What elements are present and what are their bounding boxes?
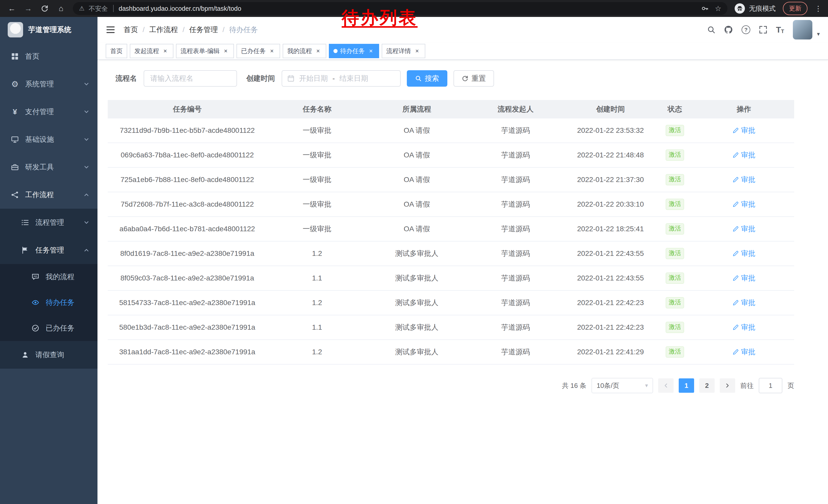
date-range-picker[interactable]: 开始日期 - 结束日期 <box>282 70 401 87</box>
user-avatar[interactable] <box>793 20 812 40</box>
sidebar-item-system[interactable]: ⚙ 系统管理 <box>0 70 97 98</box>
table-row: 73211d9d-7b9b-11ec-b5b7-acde48001122 一级审… <box>108 119 794 143</box>
browser-refresh-icon[interactable] <box>40 4 49 13</box>
sidebar-item-workflow[interactable]: 工作流程 <box>0 181 97 209</box>
col-status: 状态 <box>656 100 694 119</box>
goto-page-input[interactable] <box>759 378 782 393</box>
search-button[interactable]: 搜索 <box>407 70 447 87</box>
breadcrumb-home[interactable]: 首页 <box>124 25 138 35</box>
approve-link[interactable]: 审批 <box>732 273 755 283</box>
col-created: 创建时间 <box>565 100 656 119</box>
user-menu-caret-icon[interactable]: ▾ <box>817 31 820 40</box>
sidebar-item-home[interactable]: 首页 <box>0 43 97 70</box>
sidebar: 芋道管理系统 首页 ⚙ 系统管理 ¥ 支付管理 <box>0 17 97 504</box>
approve-link[interactable]: 审批 <box>732 249 755 259</box>
approve-link[interactable]: 审批 <box>732 199 755 209</box>
approve-link[interactable]: 审批 <box>732 224 755 234</box>
app-title: 芋道管理系统 <box>28 25 71 35</box>
approve-link[interactable]: 审批 <box>732 322 755 332</box>
goto-label: 前往 <box>740 381 754 390</box>
browser-back-icon[interactable]: ← <box>7 4 16 13</box>
close-icon[interactable]: × <box>367 47 374 55</box>
col-task-id: 任务编号 <box>108 100 267 119</box>
sidebar-item-infra[interactable]: 基础设施 <box>0 126 97 153</box>
sidebar-item-task-mgmt[interactable]: 任务管理 <box>0 236 97 264</box>
dashboard-icon <box>10 53 19 60</box>
annotation-text: 待办列表 <box>342 6 418 30</box>
tab-my-process[interactable]: 我的流程× <box>283 44 326 58</box>
table-row: 069c6a63-7b8a-11ec-8ef0-acde48001122 一级审… <box>108 143 794 168</box>
table-header-row: 任务编号 任务名称 所属流程 流程发起人 创建时间 状态 操作 <box>108 100 794 119</box>
password-key-icon[interactable] <box>701 5 709 12</box>
sidebar-item-todo-tasks[interactable]: 待办任务 <box>0 290 97 315</box>
approve-link[interactable]: 审批 <box>732 175 755 185</box>
chevron-down-icon <box>84 137 89 142</box>
top-navbar: 首页 / 工作流程 / 任务管理 / 待办任务 ? <box>97 17 828 43</box>
close-icon[interactable]: × <box>315 47 322 55</box>
close-icon[interactable]: × <box>268 47 276 55</box>
page-button-2[interactable]: 2 <box>699 378 715 393</box>
calendar-icon <box>287 75 294 82</box>
github-icon[interactable] <box>724 26 733 34</box>
col-initiator: 流程发起人 <box>466 100 565 119</box>
app-logo[interactable]: 芋道管理系统 <box>0 17 97 43</box>
toolbox-icon <box>10 163 19 171</box>
url-text: dashboard.yudao.iocoder.cn/bpm/task/todo <box>119 5 241 12</box>
col-process: 所属流程 <box>367 100 466 119</box>
breadcrumb: 首页 / 工作流程 / 任务管理 / 待办任务 <box>124 25 258 35</box>
approve-link[interactable]: 审批 <box>732 150 755 160</box>
sidebar-collapse-icon[interactable] <box>106 25 115 35</box>
incognito-badge[interactable]: 无痕模式 <box>735 3 776 13</box>
browser-home-icon[interactable]: ⌂ <box>56 4 66 13</box>
update-button[interactable]: 更新 <box>783 2 808 15</box>
search-icon[interactable] <box>707 26 715 34</box>
status-badge: 激活 <box>666 149 684 161</box>
sidebar-item-leave-query[interactable]: 请假查询 <box>0 341 97 369</box>
breadcrumb-workflow[interactable]: 工作流程 <box>149 25 178 35</box>
status-badge: 激活 <box>666 199 684 210</box>
next-page-button[interactable] <box>720 378 735 393</box>
active-dot <box>333 49 338 53</box>
tab-start-process[interactable]: 发起流程× <box>130 44 173 58</box>
close-icon[interactable]: × <box>222 47 229 55</box>
tab-form-edit[interactable]: 流程表单-编辑× <box>176 44 234 58</box>
tab-home[interactable]: 首页 <box>106 44 127 58</box>
close-icon[interactable]: × <box>162 47 169 55</box>
tab-todo-tasks[interactable]: 待办任务× <box>329 44 379 58</box>
status-badge: 激活 <box>666 223 684 235</box>
approve-link[interactable]: 审批 <box>732 298 755 308</box>
tab-process-detail[interactable]: 流程详情× <box>382 44 425 58</box>
close-icon[interactable]: × <box>413 47 421 55</box>
browser-forward-icon[interactable]: → <box>24 4 33 13</box>
chevron-up-icon <box>84 247 89 253</box>
sidebar-item-my-process[interactable]: 我的流程 <box>0 264 97 290</box>
process-name-input[interactable] <box>143 70 237 87</box>
bookmark-star-icon[interactable]: ☆ <box>715 4 721 13</box>
process-name-label: 流程名 <box>115 74 137 83</box>
range-separator: - <box>332 74 335 83</box>
page-unit-label: 页 <box>787 381 794 390</box>
approve-link[interactable]: 审批 <box>732 347 755 357</box>
reset-button[interactable]: 重置 <box>454 70 494 87</box>
sidebar-item-payment[interactable]: ¥ 支付管理 <box>0 98 97 126</box>
table-row: 8f0d1619-7ac8-11ec-a9e2-a2380e71991a 1.2… <box>108 241 794 266</box>
screen: ← → ⌂ ⚠ 不安全 dashboard.yudao.iocoder.cn/b… <box>0 0 828 504</box>
font-size-icon[interactable]: TT <box>776 26 784 34</box>
sidebar-item-devtools[interactable]: 研发工具 <box>0 153 97 181</box>
fullscreen-icon[interactable] <box>759 26 767 34</box>
approve-link[interactable]: 审批 <box>732 126 755 135</box>
tab-done-tasks[interactable]: 已办任务× <box>237 44 280 58</box>
page-button-1[interactable]: 1 <box>679 378 694 393</box>
incognito-label: 无痕模式 <box>749 4 776 13</box>
browser-menu-icon[interactable]: ⋮ <box>815 4 822 13</box>
table-row: 381aa1dd-7ac8-11ec-a9e2-a2380e71991a 1.2… <box>108 340 794 364</box>
person-icon <box>20 351 30 359</box>
prev-page-button[interactable] <box>658 378 673 393</box>
help-icon[interactable]: ? <box>742 26 750 34</box>
sidebar-item-process-mgmt[interactable]: 流程管理 <box>0 209 97 236</box>
col-action: 操作 <box>694 100 794 119</box>
page-size-select[interactable]: 10条/页 ▾ <box>591 378 653 393</box>
breadcrumb-task-mgmt[interactable]: 任务管理 <box>189 25 218 35</box>
table-row: 580e1b3d-7ac8-11ec-a9e2-a2380e71991a 1.1… <box>108 315 794 340</box>
sidebar-item-done-tasks[interactable]: 已办任务 <box>0 315 97 341</box>
